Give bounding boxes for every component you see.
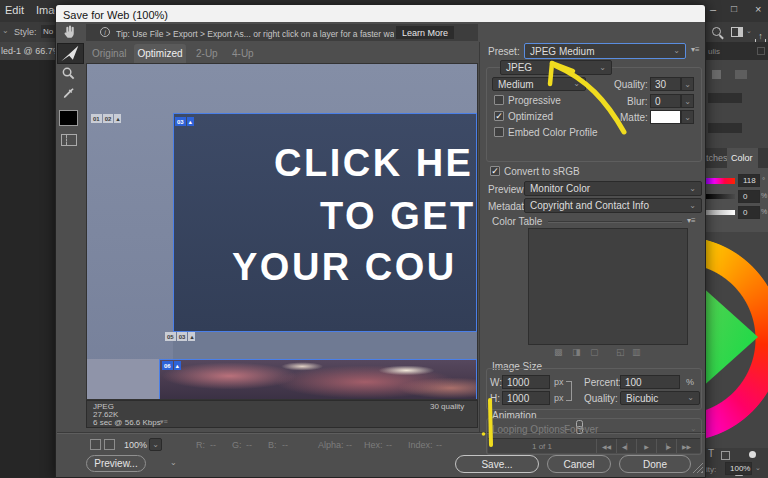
photoshop-screen: Edit Image – □ × ⌄ Style: No ⌄ led-1 @ 6…	[0, 0, 768, 478]
options-dropdown-chevron-icon[interactable]: ⌄	[2, 26, 9, 35]
progressive-checkbox[interactable]	[494, 95, 504, 105]
info-flyout-icon[interactable]: ▾≡	[160, 418, 168, 426]
blur-chevron-icon[interactable]: ⌄	[681, 94, 694, 108]
next-frame-button[interactable]: ▕▶	[656, 439, 676, 453]
panel-field[interactable]	[708, 123, 742, 133]
width-input[interactable]: 1000	[502, 375, 550, 389]
panel-header-icon[interactable]	[757, 47, 765, 55]
metadata-select[interactable]: Copyright and Contact Info ⌄	[524, 198, 702, 213]
slice-number-badge: 01	[91, 114, 102, 123]
banner-line-3: YOUR COU	[232, 248, 457, 286]
resample-select[interactable]: Bicubic ⌄	[620, 391, 700, 405]
window-maximize-icon[interactable]: □	[731, 3, 737, 14]
tab-color-label: Color	[731, 153, 753, 163]
slice-badges-user-bottom: 06 ▴	[162, 361, 182, 370]
saturation-slider[interactable]	[704, 194, 735, 199]
status-alpha-label: Alpha:	[318, 440, 344, 450]
save-button[interactable]: Save...	[455, 455, 539, 473]
slice-preview-icon[interactable]	[104, 439, 115, 450]
link-bracket	[566, 381, 572, 401]
width-unit: px	[554, 377, 564, 387]
previous-frame-button[interactable]: ◀▏	[616, 439, 636, 453]
zoom-chevron-icon[interactable]: ⌄	[149, 438, 162, 451]
progressive-label: Progressive	[508, 95, 561, 106]
canvas-area	[0, 60, 55, 478]
saturation-value[interactable]: 0	[738, 190, 760, 203]
brightness-value[interactable]: 0	[738, 206, 760, 219]
last-frame-button[interactable]: ▶▶	[676, 439, 696, 453]
slice-number-badge: 05	[165, 332, 176, 341]
lock-position-icon[interactable]	[721, 451, 730, 460]
play-button[interactable]: ▶	[636, 439, 656, 453]
workspace-chevron-icon[interactable]: ⌄	[746, 27, 752, 35]
opacity-chevron-icon[interactable]: ⌄	[755, 464, 761, 472]
web-shift-icon[interactable]: ▩	[554, 347, 563, 357]
color-table-flyout-icon[interactable]: ▾≡	[687, 216, 696, 225]
done-button[interactable]: Done	[619, 455, 691, 473]
convert-srgb-checkbox[interactable]: ✓	[490, 166, 500, 176]
panel-field[interactable]	[708, 93, 742, 103]
slice-select-icon	[58, 44, 83, 63]
matte-chevron-icon[interactable]: ⌄	[681, 110, 694, 124]
color-table-box[interactable]	[528, 228, 688, 345]
new-color-icon[interactable]: ◱	[616, 347, 625, 357]
search-icon[interactable]	[712, 27, 721, 36]
matte-swatch[interactable]	[650, 110, 681, 124]
preview-mode-select[interactable]: Monitor Color ⌄	[524, 181, 702, 196]
slice-type-icon: ▴	[188, 332, 195, 341]
matte-color-swatch[interactable]	[59, 110, 78, 126]
tab-4up[interactable]: 4-Up	[232, 48, 254, 59]
eyedropper-tool-icon[interactable]	[61, 86, 76, 101]
preset-flyout-icon[interactable]: ▾≡	[691, 45, 700, 54]
hue-slider[interactable]	[704, 178, 735, 184]
resample-value: Bicubic	[626, 393, 658, 404]
hue-value[interactable]: 118	[738, 174, 760, 187]
text-slice: CLICK HE TO GET YOUR COU	[173, 113, 477, 332]
preview-button[interactable]: Preview...	[86, 455, 146, 472]
optimized-checkbox[interactable]: ✓	[494, 111, 504, 121]
tab-swatches[interactable]: tches	[706, 153, 728, 163]
compression-select[interactable]: Medium ⌄	[492, 77, 586, 91]
workspace-icon[interactable]	[731, 27, 743, 37]
learn-more-button[interactable]: Learn More	[396, 26, 454, 39]
browser-chevron-icon[interactable]: ⌄	[170, 458, 177, 467]
embed-profile-checkbox[interactable]	[494, 127, 504, 137]
first-frame-button[interactable]: ◀◀	[596, 439, 616, 453]
swatch-icon[interactable]	[712, 70, 721, 79]
status-g-value: --	[246, 440, 252, 450]
lock-text-icon[interactable]: T	[708, 448, 714, 459]
slice-select-tool-active[interactable]	[57, 43, 84, 64]
cancel-button[interactable]: Cancel	[547, 455, 611, 473]
preset-select[interactable]: JPEG Medium ⌄	[524, 43, 686, 59]
slice-dim-band	[173, 331, 477, 359]
blur-value[interactable]: 0	[650, 94, 681, 108]
transparency-icon[interactable]: ◨	[572, 347, 581, 357]
brightness-slider[interactable]	[704, 210, 735, 215]
window-close-icon[interactable]: ×	[755, 3, 761, 15]
window-minimize-icon[interactable]: –	[710, 3, 716, 15]
looping-value[interactable]: Forever	[564, 424, 598, 435]
menu-edit[interactable]: Edit	[5, 4, 24, 16]
toggle-slices-visibility-icon[interactable]	[61, 134, 77, 146]
optimized-label: Optimized	[508, 111, 553, 122]
lock-color-icon[interactable]: ▢	[590, 347, 599, 357]
format-select[interactable]: JPEG ⌄	[500, 60, 612, 75]
swatch-icon[interactable]	[735, 70, 747, 79]
zoom-level[interactable]: 100%	[124, 440, 147, 450]
status-alpha-value: --	[346, 440, 352, 450]
slice-badges-auto-bottom: 05 03 ▴	[165, 332, 196, 341]
delete-color-icon[interactable]: ▥	[632, 347, 641, 357]
tab-2up[interactable]: 2-Up	[196, 48, 218, 59]
zoom-tool-icon[interactable]	[61, 66, 76, 81]
height-input[interactable]: 1000	[502, 391, 550, 405]
hand-preview-icon[interactable]	[90, 439, 101, 450]
quality-chevron-icon[interactable]: ⌄	[681, 77, 694, 91]
style-value[interactable]: No	[41, 25, 55, 38]
hand-tool-icon[interactable]	[61, 24, 78, 41]
optimized-preview[interactable]: CLICK HE TO GET YOUR COU 01 02 ▴ 03 ▴ 05…	[86, 63, 478, 400]
opacity-value[interactable]: 100%	[725, 462, 752, 475]
quality-value[interactable]: 30	[650, 77, 681, 91]
tab-original[interactable]: Original	[92, 48, 126, 59]
percent-input[interactable]: 100	[620, 375, 680, 389]
tab-optimized[interactable]: Optimized	[134, 44, 186, 63]
